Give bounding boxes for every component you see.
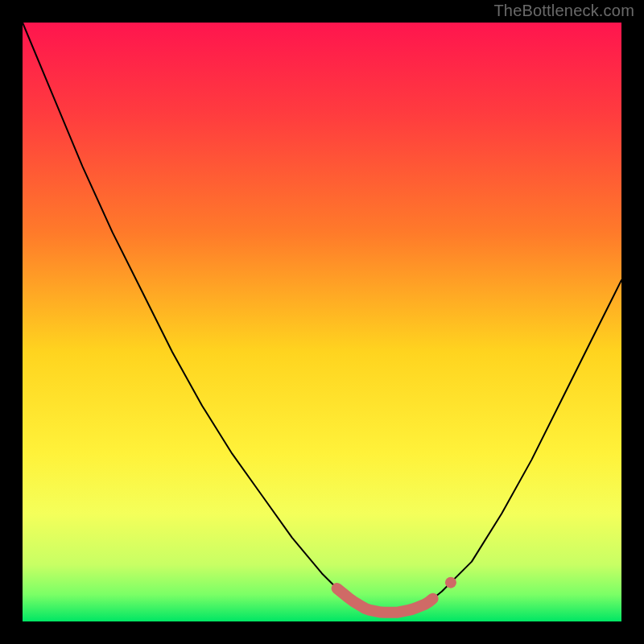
chart-svg	[0, 0, 644, 644]
chart-stage: TheBottleneck.com	[0, 0, 644, 644]
gradient-background	[23, 23, 621, 621]
highlight-end-dot	[445, 577, 456, 588]
watermark-text: TheBottleneck.com	[493, 2, 634, 20]
